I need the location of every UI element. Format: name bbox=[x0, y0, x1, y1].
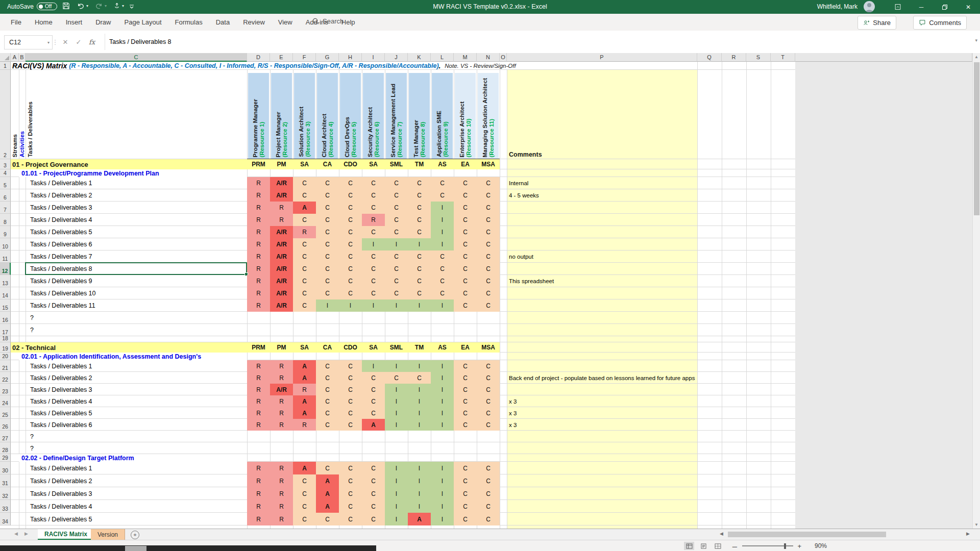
abbr-enterprise-architect[interactable]: EA bbox=[454, 342, 477, 353]
matrix-cell-e32[interactable]: R bbox=[270, 487, 293, 500]
matrix-cell-d6[interactable]: R bbox=[247, 189, 270, 202]
task-label-cell[interactable]: Tasks / Deliverables 3 bbox=[30, 487, 244, 500]
comment-cell[interactable]: 4 - 5 weeks bbox=[509, 189, 696, 202]
scroll-up-icon[interactable]: ▲ bbox=[973, 55, 980, 59]
comment-cell[interactable]: no output bbox=[509, 251, 696, 263]
matrix-cell-h24[interactable]: C bbox=[339, 395, 362, 407]
abbr-security-architect[interactable]: SA bbox=[362, 159, 385, 169]
row-header-4[interactable]: 4 bbox=[0, 169, 11, 177]
share-button[interactable]: Share bbox=[857, 16, 896, 30]
abbr-programme-manager[interactable]: PRM bbox=[247, 342, 270, 353]
task-label-cell[interactable]: Tasks / Deliverables 2 bbox=[30, 189, 244, 202]
matrix-cell-k21[interactable]: I bbox=[408, 360, 431, 372]
matrix-cell-k10[interactable]: I bbox=[408, 238, 431, 251]
matrix-cell-j32[interactable]: I bbox=[385, 487, 408, 500]
matrix-cell-f9[interactable]: R bbox=[293, 226, 316, 238]
row-header-29[interactable]: 29 bbox=[0, 454, 11, 462]
abbr-service-management-lead[interactable]: SML bbox=[385, 159, 408, 169]
role-header-security-architect[interactable]: Security Architect(Resource 6) bbox=[363, 73, 384, 159]
confirm-entry-button[interactable]: ✓ bbox=[72, 35, 85, 48]
row-header-34[interactable]: 34 bbox=[0, 513, 11, 525]
matrix-cell-l14[interactable]: C bbox=[431, 287, 454, 299]
minimize-button[interactable]: ─ bbox=[910, 0, 933, 14]
matrix-cell-g9[interactable]: C bbox=[316, 226, 339, 238]
activities-header[interactable]: Activities bbox=[19, 70, 26, 159]
column-header-o[interactable]: O bbox=[500, 53, 507, 62]
matrix-cell-d26[interactable]: R bbox=[247, 419, 270, 431]
matrix-cell-i7[interactable]: C bbox=[362, 202, 385, 214]
restore-button[interactable] bbox=[933, 0, 957, 14]
undo-button[interactable]: ▾ bbox=[77, 2, 88, 10]
task-label-cell[interactable]: Tasks / Deliverables 2 bbox=[30, 372, 244, 384]
task-label-cell[interactable]: Tasks / Deliverables 5 bbox=[30, 407, 244, 419]
matrix-cell-d23[interactable]: R bbox=[247, 384, 270, 395]
task-label-cell[interactable]: Tasks / Deliverables 4 bbox=[30, 500, 244, 513]
matrix-cell-m32[interactable]: C bbox=[454, 487, 477, 500]
matrix-cell-n15[interactable]: C bbox=[477, 299, 500, 312]
hscroll-left-icon[interactable]: ◀ bbox=[720, 531, 723, 536]
matrix-cell-f11[interactable]: C bbox=[293, 251, 316, 263]
matrix-cell-h22[interactable]: C bbox=[339, 372, 362, 384]
matrix-cell-n30[interactable]: C bbox=[477, 462, 500, 474]
matrix-cell-e8[interactable]: R bbox=[270, 214, 293, 226]
matrix-cell-d21[interactable]: R bbox=[247, 360, 270, 372]
matrix-cell-n14[interactable]: C bbox=[477, 287, 500, 299]
matrix-cell-l25[interactable]: I bbox=[431, 407, 454, 419]
matrix-cell-i13[interactable]: C bbox=[362, 275, 385, 287]
abbr-enterprise-architect[interactable]: EA bbox=[454, 159, 477, 169]
matrix-cell-d25[interactable]: R bbox=[247, 407, 270, 419]
matrix-cell-i25[interactable]: C bbox=[362, 407, 385, 419]
abbr-service-management-lead[interactable]: SML bbox=[385, 342, 408, 353]
row-header-15[interactable]: 15 bbox=[0, 299, 11, 312]
vertical-scroll-thumb[interactable] bbox=[974, 62, 979, 215]
matrix-cell-m6[interactable]: C bbox=[454, 189, 477, 202]
matrix-cell-k23[interactable]: I bbox=[408, 384, 431, 395]
matrix-cell-j30[interactable]: I bbox=[385, 462, 408, 474]
subsection-title-01-01-project-programme-development-plan[interactable]: 01.01 - Project/Programme Development Pl… bbox=[21, 169, 328, 177]
close-button[interactable]: ✕ bbox=[957, 0, 980, 14]
abbr-test-manager[interactable]: TM bbox=[408, 342, 431, 353]
autosave-toggle[interactable]: Off bbox=[37, 3, 57, 10]
task-label-cell[interactable]: Tasks / Deliverables 1 bbox=[30, 177, 244, 189]
matrix-cell-l30[interactable]: I bbox=[431, 462, 454, 474]
row-header-18[interactable]: 18 bbox=[0, 336, 11, 342]
matrix-cell-k26[interactable]: I bbox=[408, 419, 431, 431]
matrix-cell-g7[interactable]: C bbox=[316, 202, 339, 214]
select-all-corner[interactable] bbox=[0, 53, 11, 62]
matrix-cell-h10[interactable]: C bbox=[339, 238, 362, 251]
column-header-j[interactable]: J bbox=[385, 53, 408, 62]
matrix-cell-l15[interactable]: I bbox=[431, 299, 454, 312]
matrix-cell-l9[interactable]: I bbox=[431, 226, 454, 238]
matrix-cell-h11[interactable]: C bbox=[339, 251, 362, 263]
row-header-28[interactable]: 28 bbox=[0, 442, 11, 454]
matrix-cell-g23[interactable]: C bbox=[316, 384, 339, 395]
abbr-test-manager[interactable]: TM bbox=[408, 159, 431, 169]
role-header-cloud-architect[interactable]: Cloud Architect(Resource 4) bbox=[317, 73, 338, 159]
row-header-12[interactable]: 12 bbox=[0, 263, 11, 275]
matrix-cell-j26[interactable]: I bbox=[385, 419, 408, 431]
role-header-managing-solution-architect[interactable]: Managing Solution Architect(Resource 11) bbox=[478, 73, 499, 159]
matrix-cell-m10[interactable]: C bbox=[454, 238, 477, 251]
matrix-cell-h8[interactable]: C bbox=[339, 214, 362, 226]
matrix-cell-k33[interactable]: I bbox=[408, 500, 431, 513]
horizontal-scroll-thumb[interactable] bbox=[728, 532, 886, 537]
save-button[interactable] bbox=[62, 2, 70, 10]
column-header-i[interactable]: I bbox=[362, 53, 385, 62]
abbr-project-manager[interactable]: PM bbox=[270, 159, 293, 169]
matrix-cell-f30[interactable]: A bbox=[293, 462, 316, 474]
matrix-cell-m23[interactable]: C bbox=[454, 384, 477, 395]
abbr-managing-solution-architect[interactable]: MSA bbox=[477, 342, 500, 353]
matrix-cell-e13[interactable]: A/R bbox=[270, 275, 293, 287]
matrix-cell-i34[interactable]: C bbox=[362, 513, 385, 525]
undo-dropdown-icon[interactable]: ▾ bbox=[86, 4, 88, 8]
task-label-cell[interactable]: Tasks / Deliverables 7 bbox=[30, 251, 244, 263]
matrix-cell-k24[interactable]: I bbox=[408, 395, 431, 407]
task-label-cell[interactable]: Tasks / Deliverables 8 bbox=[30, 263, 244, 275]
matrix-cell-h6[interactable]: C bbox=[339, 189, 362, 202]
row-header-6[interactable]: 6 bbox=[0, 189, 11, 202]
matrix-cell-j15[interactable]: I bbox=[385, 299, 408, 312]
matrix-cell-d14[interactable]: R bbox=[247, 287, 270, 299]
matrix-cell-g6[interactable]: C bbox=[316, 189, 339, 202]
matrix-cell-m24[interactable]: C bbox=[454, 395, 477, 407]
column-header-a[interactable]: A bbox=[11, 53, 19, 62]
